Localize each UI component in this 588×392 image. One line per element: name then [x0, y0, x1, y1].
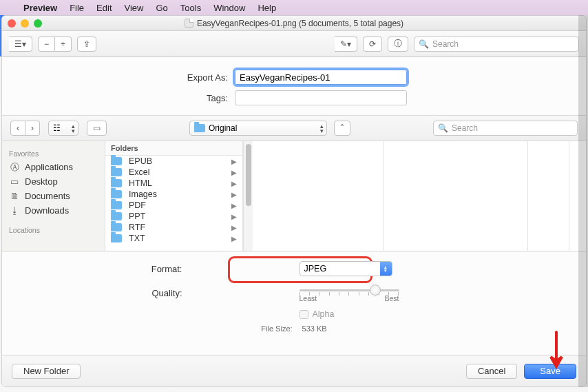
chevron-right-icon: ▶ [231, 191, 237, 198]
slider-knob[interactable] [370, 285, 381, 296]
menu-tools[interactable]: Tools [180, 3, 201, 13]
menu-help[interactable]: Help [258, 3, 276, 13]
collapse-button[interactable]: ˄ [334, 121, 350, 136]
folder-icon [111, 190, 122, 198]
alpha-checkbox[interactable]: Alpha [300, 309, 399, 319]
parent-toolbar: ☰▾ − + ⇪ ✎▾ ⟳ ⓘ 🔍 Search [2, 31, 586, 57]
quality-slider[interactable] [300, 283, 399, 297]
chevron-right-icon: ▶ [231, 169, 237, 176]
chevron-right-icon: ▶ [231, 235, 237, 243]
file-browser: Favorites ⒶApplications ▭Desktop 🗎Docume… [2, 141, 586, 251]
view-mode-popup[interactable]: ☷▴▾ [48, 121, 78, 136]
sidebar-item-downloads[interactable]: ⭳Downloads [2, 203, 105, 218]
group-button[interactable]: ▭ [87, 121, 107, 136]
folder-icon [111, 201, 122, 209]
sheet-bottombar: New Folder Cancel Save [2, 355, 586, 386]
new-folder-button[interactable]: New Folder [12, 364, 81, 379]
export-sheet: Export As: Tags: ‹ › ☷▴▾ ▭ Original ▴▾ [2, 57, 586, 386]
empty-column-3[interactable] [528, 141, 569, 251]
chevron-right-icon: ▶ [231, 158, 237, 165]
sidebar-item-documents[interactable]: 🗎Documents [2, 189, 105, 203]
sidebar-toggle-button[interactable]: ☰▾ [9, 37, 32, 52]
locbar-search[interactable]: 🔍 Search [433, 121, 578, 136]
downloads-icon: ⭳ [9, 206, 20, 216]
toolbar-search-placeholder: Search [432, 39, 459, 49]
chevron-right-icon: ▶ [231, 213, 237, 220]
nav-back-button[interactable]: ‹ [10, 121, 25, 136]
menu-edit[interactable]: Edit [96, 3, 112, 13]
export-options: Format: JPEG ▴▾ Quality: Least [2, 251, 586, 347]
export-as-field[interactable] [235, 70, 407, 85]
folder-row[interactable]: EPUB▶ [105, 156, 242, 167]
export-as-label: Export As: [187, 72, 228, 83]
rotate-button[interactable]: ⟳ [363, 37, 382, 52]
chevron-right-icon: ▶ [231, 224, 237, 231]
empty-column-2[interactable] [384, 141, 528, 251]
alpha-label: Alpha [313, 309, 335, 319]
save-button[interactable]: Save [524, 364, 576, 379]
quality-label: Quality: [2, 288, 182, 298]
share-button[interactable]: ⇪ [77, 37, 96, 52]
search-icon: 🔍 [438, 123, 448, 133]
window-title: EasyVeganRecipes-01.png (5 documents, 5 … [197, 19, 403, 28]
menu-view[interactable]: View [125, 3, 144, 13]
nav-fwd-button[interactable]: › [25, 121, 40, 136]
chevron-right-icon: ▶ [231, 180, 237, 187]
folder-icon [111, 179, 122, 187]
app-menu[interactable]: Preview [23, 3, 57, 13]
location-popup[interactable]: Original ▴▾ [189, 121, 327, 136]
folder-row[interactable]: Excel▶ [105, 167, 242, 178]
tags-label: Tags: [207, 93, 228, 103]
format-popup[interactable]: JPEG ▴▾ [300, 261, 392, 276]
folder-icon [111, 168, 122, 176]
close-window-button[interactable] [8, 19, 16, 28]
cancel-button[interactable]: Cancel [466, 364, 517, 379]
search-icon: 🔍 [419, 39, 429, 49]
column-header: Folders [105, 141, 242, 156]
filesize-value: 533 KB [302, 324, 327, 333]
applications-icon: Ⓐ [9, 163, 20, 172]
folder-row[interactable]: HTML▶ [105, 178, 242, 189]
folder-icon [111, 223, 122, 231]
document-proxy-icon[interactable] [185, 19, 193, 28]
zoom-in-button[interactable]: + [55, 37, 72, 52]
folder-row[interactable]: RTF▶ [105, 222, 242, 233]
column-scrollbar[interactable] [243, 141, 253, 251]
highlight-button[interactable]: ✎▾ [335, 37, 357, 52]
format-label: Format: [2, 264, 182, 274]
popup-arrows-icon: ▴▾ [380, 262, 392, 276]
chevron-right-icon: ▶ [231, 202, 237, 209]
folder-row[interactable]: TXT▶ [105, 233, 242, 244]
sidebar-heading-locations: Locations [2, 223, 105, 236]
menu-file[interactable]: File [70, 3, 84, 13]
titlebar: EasyVeganRecipes-01.png (5 documents, 5 … [2, 16, 586, 31]
folder-column[interactable]: Folders EPUB▶ Excel▶ HTML▶ Images▶ PDF▶ … [105, 141, 243, 251]
markup-button[interactable]: ⓘ [388, 37, 408, 52]
app-window: EasyVeganRecipes-01.png (5 documents, 5 … [1, 15, 587, 387]
filesize-label: File Size: [261, 324, 292, 333]
folder-row[interactable]: Images▶ [105, 189, 242, 200]
browser-sidebar: Favorites ⒶApplications ▭Desktop 🗎Docume… [2, 141, 105, 251]
format-value: JPEG [304, 264, 327, 274]
menubar[interactable]: Preview File Edit View Go Tools Window H… [0, 0, 588, 15]
zoom-window-button[interactable] [34, 19, 42, 28]
menu-window[interactable]: Window [213, 3, 245, 13]
tags-field[interactable] [235, 90, 407, 105]
sidebar-item-applications[interactable]: ⒶApplications [2, 160, 105, 174]
zoom-out-button[interactable]: − [38, 37, 55, 52]
folder-row[interactable]: PPT▶ [105, 211, 242, 222]
checkbox-box[interactable] [300, 310, 308, 319]
locbar: ‹ › ☷▴▾ ▭ Original ▴▾ ˄ 🔍 Search [2, 115, 586, 141]
menu-go[interactable]: Go [156, 3, 167, 13]
folder-icon [111, 212, 122, 220]
minimize-window-button[interactable] [21, 19, 29, 28]
folder-icon [111, 234, 122, 243]
sidebar-item-desktop[interactable]: ▭Desktop [2, 174, 105, 189]
toolbar-search[interactable]: 🔍 Search [414, 37, 579, 52]
folder-icon [111, 157, 122, 165]
folder-row[interactable]: PDF▶ [105, 200, 242, 211]
empty-column-1[interactable] [253, 141, 384, 251]
sidebar-heading-favorites: Favorites [2, 147, 105, 160]
documents-icon: 🗎 [9, 192, 20, 201]
desktop-icon: ▭ [9, 177, 20, 187]
